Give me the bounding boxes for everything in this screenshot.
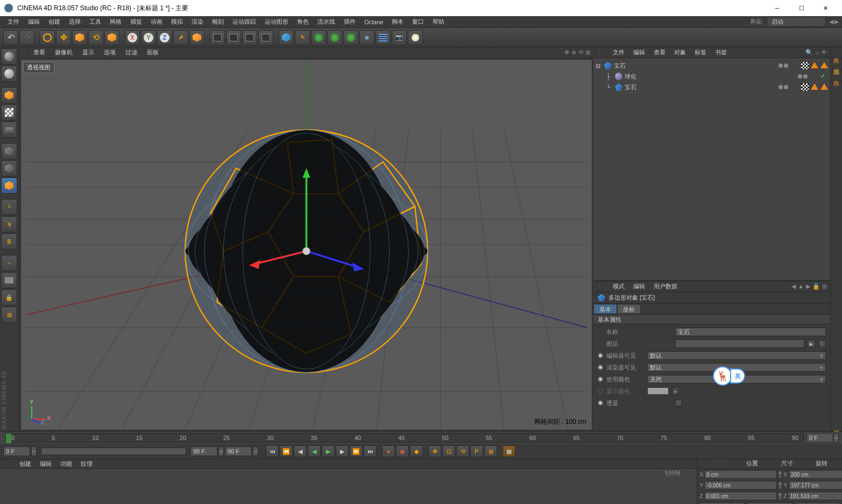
redo-button[interactable]: ↷ [19,30,34,45]
xray-radio[interactable] [598,400,603,406]
project-end-field[interactable] [225,446,252,456]
vis-render-dot[interactable] [784,63,788,68]
scale-tool[interactable] [72,30,87,45]
xray-checkbox[interactable] [675,400,682,406]
keyframe-sel-button[interactable]: ◆ [410,445,423,457]
key-scale-button[interactable]: ⊡ [442,445,455,457]
om-row-spherify[interactable]: ├ 球化 ✓ [596,71,828,82]
tab-coord[interactable]: 坐标 [617,304,641,314]
range-start-field[interactable] [3,446,30,456]
add-spline[interactable]: ✎ [295,30,310,45]
menu-mesh[interactable]: 网格 [105,17,126,27]
tweak-mode[interactable]: 🖱 [1,216,17,232]
point-mode[interactable] [1,143,17,159]
object-name[interactable]: 球化 [625,73,796,81]
add-light[interactable] [408,30,423,45]
spinner[interactable]: ▴▾ [253,446,258,456]
undo-button[interactable]: ↶ [3,30,18,45]
minimize-button[interactable]: ─ [765,0,789,16]
menu-help[interactable]: 帮助 [428,17,449,27]
phong-tag-icon[interactable] [801,83,809,91]
snap-mode[interactable]: S [1,233,17,250]
name-input[interactable] [675,328,826,336]
ime-widget[interactable]: 🦌 英 [713,366,745,386]
make-editable[interactable] [1,48,17,65]
grip-icon[interactable]: ⋮⋮ [701,459,735,468]
move-tool[interactable]: ✥ [56,30,71,45]
range-slider[interactable] [41,448,186,455]
menu-octane[interactable]: Octane [360,18,387,26]
om-edit[interactable]: 编辑 [629,48,649,56]
menu-character[interactable]: 角色 [293,17,313,27]
magnet-mode[interactable]: ⎓ [1,255,17,271]
goto-end-button[interactable]: ⏭ [364,445,377,457]
spinner[interactable]: ▴▾ [778,492,782,500]
add-deformer[interactable] [327,30,342,45]
menu-window[interactable]: 窗口 [408,17,428,27]
range-end-field[interactable] [190,446,217,456]
render-view[interactable] [210,30,225,45]
use-color-radio[interactable] [598,377,603,382]
size-z-input[interactable] [788,492,842,500]
vp-layout-icon[interactable]: ⊞ [585,49,590,56]
polygon-mode[interactable] [1,178,17,194]
enable-check-icon[interactable]: ✓ [820,73,828,80]
texture-mode[interactable] [1,104,17,120]
timeline-window-button[interactable]: ▦ [503,445,515,457]
key-pla-button[interactable]: ⊞ [484,445,497,457]
goto-start-button[interactable]: ⏮ [266,445,279,457]
render-region[interactable] [226,30,241,45]
menu-tools[interactable]: 工具 [85,17,105,27]
om-view[interactable]: 查看 [649,48,670,56]
lock-mode[interactable]: 🔒 [1,289,17,306]
tab-structure[interactable]: 构造 [831,70,842,81]
vis-editor-dot[interactable] [779,63,783,68]
z-axis-lock[interactable]: Z [157,30,172,45]
prev-frame-button[interactable]: ◀ [294,445,307,457]
om-row-gem-parent[interactable]: ⊟ 宝石 [596,60,828,71]
vp-view[interactable]: 查看 [29,48,49,56]
mat-create[interactable]: 创建 [15,460,36,468]
play-fwd-button[interactable]: ▶ [322,445,335,457]
last-tool[interactable] [104,30,119,45]
attr-mode[interactable]: 模式 [608,282,629,290]
render-picture[interactable] [242,30,257,45]
vp-camera[interactable]: 摄像机 [51,48,77,56]
menu-motiontrack[interactable]: 运动跟踪 [228,17,260,27]
workplane-mode[interactable] [1,122,17,138]
vis-render-dot[interactable] [784,85,788,89]
om-bookmarks[interactable]: 书签 [711,48,731,56]
attr-edit[interactable]: 编辑 [629,282,649,290]
spinner[interactable]: ▴▾ [778,470,782,479]
menu-script[interactable]: 脚本 [387,17,408,27]
key-pos-button[interactable]: ✥ [428,445,441,457]
menu-edit[interactable]: 编辑 [24,17,44,27]
ime-deer-icon[interactable]: 🦌 [713,366,732,386]
layout-next-icon[interactable]: ▶ [834,18,839,25]
workplane-mode2[interactable] [1,272,17,288]
vis-render-dot[interactable] [803,74,808,79]
object-name[interactable]: 宝石 [625,83,776,91]
material-list[interactable] [0,469,697,504]
om-home-icon[interactable]: ⌂ [815,49,819,56]
nav-new-icon[interactable]: ⊞ [822,283,827,290]
render-vis-radio[interactable] [598,365,603,370]
menu-animate[interactable]: 动画 [146,17,167,27]
add-generator[interactable] [311,30,326,45]
tab-attributes[interactable]: 属性 [831,420,842,431]
frame-spinner[interactable]: ▴▾ [833,433,839,443]
vp-move-icon[interactable]: ✥ [564,49,569,56]
tab-content-browser[interactable]: 内容浏览器 [831,59,842,70]
editor-vis-radio[interactable] [598,353,603,358]
add-cube[interactable] [279,30,294,45]
editor-vis-dropdown[interactable]: 默认 [647,351,826,360]
vis-editor-dot[interactable] [798,74,802,79]
om-tags[interactable]: 标签 [690,48,711,56]
next-frame-button[interactable]: ▶ [336,445,349,457]
key-rot-button[interactable]: ⟲ [456,445,469,457]
grip-icon[interactable]: ⋮⋮ [23,49,28,56]
layout-select[interactable]: 启动 [767,17,826,27]
pos-y-input[interactable] [704,481,777,489]
object-name[interactable]: 宝石 [614,62,776,70]
pos-x-input[interactable] [704,470,777,479]
